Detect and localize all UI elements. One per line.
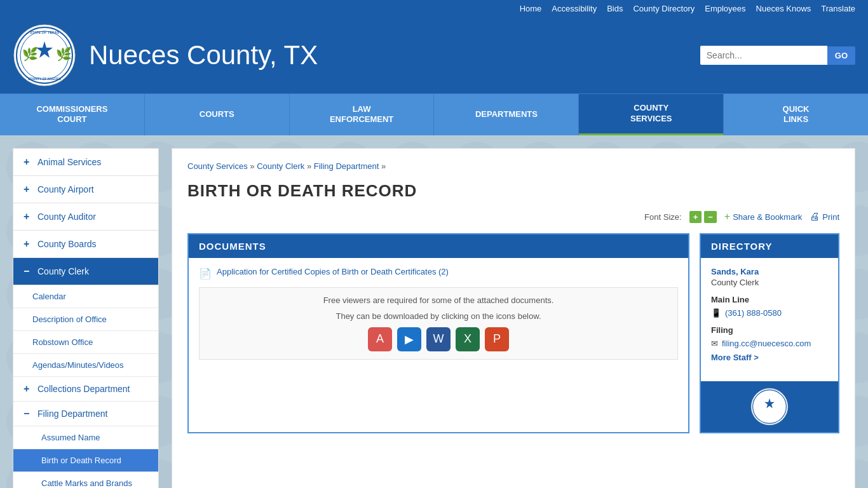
- toggle-icon: +: [24, 383, 34, 395]
- nav-county-services[interactable]: COUNTY SERVICES: [579, 94, 724, 135]
- toggle-icon: +: [24, 238, 34, 250]
- breadcrumb-county-clerk[interactable]: County Clerk: [257, 161, 304, 171]
- svg-point-8: [751, 388, 788, 425]
- phone-icon: 📱: [711, 308, 721, 318]
- wmp-download-button[interactable]: ▶: [397, 327, 421, 351]
- content-panels: DOCUMENTS 📄 Application for Certified Co…: [187, 233, 839, 433]
- phone-number: 📱 (361) 888-0580: [711, 308, 828, 318]
- print-link[interactable]: 🖨 Print: [810, 211, 839, 222]
- sidebar-item-county-auditor[interactable]: + County Auditor: [13, 203, 158, 231]
- top-navigation: Home Accessibility Bids County Directory…: [0, 0, 868, 17]
- document-link[interactable]: 📄 Application for Certified Copies of Bi…: [199, 267, 678, 280]
- sidebar-subitem-birth-death[interactable]: Birth or Death Record: [13, 449, 158, 472]
- filing-label: Filing: [711, 325, 828, 335]
- nav-nueces-knows[interactable]: Nueces Knows: [756, 4, 811, 13]
- main-content: County Services » County Clerk » Filing …: [172, 148, 855, 488]
- search-form: GO: [700, 46, 855, 65]
- nav-home[interactable]: Home: [520, 4, 542, 13]
- nav-county-directory[interactable]: County Directory: [633, 4, 695, 13]
- sidebar-item-collections[interactable]: + Collections Department: [13, 377, 158, 402]
- sidebar-item-county-boards[interactable]: + County Boards: [13, 231, 158, 258]
- toggle-icon: +: [24, 184, 34, 195]
- page-body: + Animal Services + County Airport + Cou…: [0, 135, 868, 488]
- nav-translate[interactable]: Translate: [821, 4, 855, 13]
- nav-bids[interactable]: Bids: [607, 4, 623, 13]
- font-size-label: Font Size:: [644, 212, 682, 222]
- sidebar-item-animal-services[interactable]: + Animal Services: [13, 149, 158, 176]
- main-line-label: Main Line: [711, 295, 828, 304]
- directory-panel-header: DIRECTORY: [701, 234, 838, 258]
- breadcrumb-end: »: [381, 161, 386, 171]
- excel-download-button[interactable]: X: [456, 327, 480, 351]
- breadcrumb-county-services[interactable]: County Services: [187, 161, 248, 171]
- documents-panel: DOCUMENTS 📄 Application for Certified Co…: [187, 233, 689, 433]
- viewer-note: Free viewers are required for some of th…: [199, 287, 678, 360]
- directory-panel: DIRECTORY Sands, Kara County Clerk Main …: [700, 233, 839, 433]
- acrobat-download-button[interactable]: A: [368, 327, 392, 351]
- sidebar-subitem-assumed-name[interactable]: Assumed Name: [13, 426, 158, 449]
- contact-title: County Clerk: [711, 278, 828, 287]
- main-navigation: COMMISSIONERS COURT COURTS LAW ENFORCEME…: [0, 93, 868, 135]
- site-header: STATE OF TEXAS COUNTY OF NUECES 🌿 🌿 Nuec…: [0, 17, 868, 93]
- toggle-icon: +: [24, 211, 34, 222]
- directory-panel-body: Sands, Kara County Clerk Main Line 📱 (36…: [701, 258, 838, 371]
- sidebar-item-county-airport[interactable]: + County Airport: [13, 176, 158, 203]
- bottom-seal-icon: [750, 388, 789, 426]
- documents-panel-body: 📄 Application for Certified Copies of Bi…: [189, 258, 688, 369]
- word-download-button[interactable]: W: [426, 327, 451, 351]
- font-size-controls: + −: [689, 211, 717, 223]
- sidebar-subitem-description[interactable]: Description of Office: [13, 308, 158, 331]
- email-address: ✉ filing.cc@nuecesco.com: [711, 339, 828, 348]
- search-input[interactable]: [700, 46, 827, 65]
- toggle-icon: −: [24, 266, 34, 277]
- filing-dept-subitems: Assumed Name Birth or Death Record Cattl…: [13, 426, 158, 488]
- decrease-font-button[interactable]: −: [704, 211, 717, 223]
- search-button[interactable]: GO: [827, 46, 855, 65]
- svg-text:🌿: 🌿: [22, 46, 38, 62]
- sidebar-item-filing-dept[interactable]: − Filing Department: [13, 402, 158, 426]
- breadcrumb-filing-dept[interactable]: Filing Department: [314, 161, 379, 171]
- svg-text:🌿: 🌿: [56, 46, 72, 62]
- nav-quick-links[interactable]: QUICK LINKS: [724, 94, 868, 135]
- nav-employees[interactable]: Employees: [705, 4, 745, 13]
- breadcrumb-separator: »: [250, 161, 257, 171]
- toggle-icon: −: [24, 408, 34, 419]
- sidebar-subitem-agendas[interactable]: Agendas/Minutes/Videos: [13, 354, 158, 377]
- increase-font-button[interactable]: +: [689, 211, 702, 223]
- svg-text:COUNTY OF NUECES: COUNTY OF NUECES: [28, 77, 61, 81]
- sidebar-item-county-clerk[interactable]: − County Clerk: [13, 258, 158, 285]
- nav-courts[interactable]: COURTS: [145, 94, 290, 135]
- seal-bottom-area: [701, 381, 838, 432]
- viewer-icons: A ▶ W X P: [210, 327, 667, 351]
- sidebar-subitem-robstown[interactable]: Robstown Office: [13, 331, 158, 354]
- sidebar-subitem-cattle-marks[interactable]: Cattle Marks and Brands: [13, 472, 158, 488]
- breadcrumb-separator: »: [307, 161, 314, 171]
- county-clerk-subitems: Calendar Description of Office Robstown …: [13, 285, 158, 488]
- nav-commissioners-court[interactable]: COMMISSIONERS COURT: [0, 94, 145, 135]
- share-bookmark-link[interactable]: + Share & Bookmark: [724, 211, 802, 222]
- tools-bar: Font Size: + − + Share & Bookmark 🖨 Prin…: [187, 211, 839, 223]
- nav-departments[interactable]: DEPARTMENTS: [434, 94, 579, 135]
- contact-name[interactable]: Sands, Kara: [711, 267, 828, 276]
- documents-panel-header: DOCUMENTS: [189, 234, 688, 258]
- svg-text:STATE OF TEXAS: STATE OF TEXAS: [30, 30, 60, 34]
- page-title: BIRTH OR DEATH RECORD: [187, 181, 839, 201]
- powerpoint-download-button[interactable]: P: [485, 327, 509, 351]
- email-icon: ✉: [711, 339, 718, 348]
- share-icon: +: [724, 211, 730, 222]
- nav-accessibility[interactable]: Accessibility: [552, 4, 597, 13]
- county-seal: STATE OF TEXAS COUNTY OF NUECES 🌿 🌿: [13, 24, 76, 87]
- nav-law-enforcement[interactable]: LAW ENFORCEMENT: [290, 94, 435, 135]
- site-title: Nueces County, TX: [89, 40, 688, 71]
- toggle-icon: +: [24, 156, 34, 168]
- breadcrumb: County Services » County Clerk » Filing …: [187, 161, 839, 171]
- pdf-icon: 📄: [199, 268, 212, 280]
- sidebar: + Animal Services + County Airport + Cou…: [13, 148, 159, 488]
- sidebar-subitem-calendar[interactable]: Calendar: [13, 285, 158, 308]
- more-staff-link[interactable]: More Staff >: [711, 353, 759, 362]
- print-icon: 🖨: [810, 211, 820, 222]
